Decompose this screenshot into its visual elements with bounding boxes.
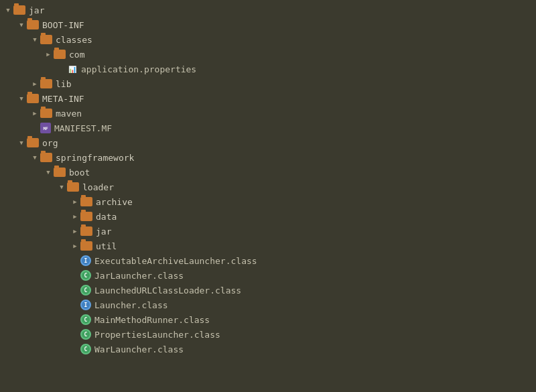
- folder-icon: [40, 109, 52, 118]
- arrow-expanded: [43, 167, 54, 178]
- folder-icon: [67, 182, 79, 192]
- item-label: PropertiesLauncher.class: [94, 330, 220, 340]
- tree-item-application-properties[interactable]: 📊application.properties: [0, 62, 536, 76]
- tree-item-JarLauncher[interactable]: CJarLauncher.class: [0, 268, 536, 283]
- folder-icon: [80, 212, 92, 221]
- arrow-leaf: [70, 300, 80, 310]
- item-label: lib: [56, 79, 71, 89]
- arrow-leaf: [70, 344, 80, 354]
- item-label: jar: [29, 5, 44, 15]
- manifest-file-icon: MF: [40, 123, 51, 133]
- folder-icon: [40, 153, 52, 162]
- folder-icon: [27, 94, 39, 103]
- tree-item-jar[interactable]: jar: [0, 3, 536, 17]
- concrete-class-icon: C: [80, 329, 91, 340]
- arrow-expanded: [16, 93, 27, 104]
- item-label: BOOT-INF: [42, 20, 84, 30]
- item-label: data: [96, 212, 117, 222]
- concrete-class-icon: C: [80, 344, 91, 354]
- tree-item-loader[interactable]: loader: [0, 180, 536, 194]
- arrow-collapsed: [29, 108, 40, 119]
- item-label: archive: [96, 197, 133, 207]
- folder-icon: [13, 5, 25, 15]
- item-label: util: [96, 241, 117, 251]
- folder-icon: [80, 241, 92, 251]
- arrow-collapsed: [43, 49, 54, 60]
- arrow-leaf: [70, 285, 80, 296]
- tree-item-com[interactable]: com: [0, 47, 536, 62]
- folder-icon: [27, 20, 39, 29]
- interface-class-icon: I: [80, 300, 91, 310]
- tree-item-jar2[interactable]: jar: [0, 224, 536, 239]
- item-label: META-INF: [42, 94, 84, 104]
- tree-item-Launcher[interactable]: ILauncher.class: [0, 298, 536, 312]
- item-label: ExecutableArchiveLauncher.class: [94, 256, 257, 266]
- arrow-leaf: [70, 329, 80, 340]
- tree-item-manifest-mf[interactable]: MFMANIFEST.MF: [0, 121, 536, 135]
- folder-icon: [40, 79, 52, 88]
- arrow-expanded: [16, 19, 27, 30]
- tree-item-PropertiesLauncher[interactable]: CPropertiesLauncher.class: [0, 327, 536, 342]
- arrow-expanded: [56, 182, 67, 192]
- arrow-collapsed: [70, 241, 80, 251]
- arrow-expanded: [16, 137, 27, 148]
- arrow-leaf: [70, 314, 80, 325]
- arrow-expanded: [29, 34, 40, 45]
- item-label: com: [69, 50, 84, 60]
- arrow-leaf: [56, 64, 67, 74]
- folder-icon: [27, 138, 39, 147]
- tree-item-ExecutableArchiveLauncher[interactable]: IExecutableArchiveLauncher.class: [0, 253, 536, 268]
- folder-icon: [54, 168, 66, 177]
- arrow-leaf: [70, 270, 80, 281]
- tree-item-maven[interactable]: maven: [0, 106, 536, 121]
- folder-icon: [80, 226, 92, 236]
- item-label: Launcher.class: [94, 300, 168, 310]
- properties-file-icon: 📊: [67, 64, 78, 74]
- item-label: application.properties: [81, 64, 196, 74]
- arrow-collapsed: [70, 211, 80, 222]
- item-label: jar: [96, 226, 111, 237]
- item-label: WarLauncher.class: [94, 344, 184, 354]
- interface-class-icon: I: [80, 255, 91, 266]
- concrete-class-icon: C: [80, 270, 91, 281]
- tree-item-data[interactable]: data: [0, 209, 536, 224]
- item-label: JarLauncher.class: [94, 271, 184, 281]
- concrete-class-icon: C: [80, 285, 91, 296]
- tree-item-archive[interactable]: archive: [0, 194, 536, 209]
- tree-item-springframework[interactable]: springframework: [0, 150, 536, 165]
- tree-item-WarLauncher[interactable]: CWarLauncher.class: [0, 342, 536, 356]
- item-label: maven: [56, 109, 82, 119]
- item-label: org: [42, 138, 58, 148]
- arrow-expanded: [3, 5, 13, 15]
- item-label: MainMethodRunner.class: [94, 315, 210, 325]
- item-label: springframework: [56, 153, 134, 163]
- tree-item-boot-inf[interactable]: BOOT-INF: [0, 17, 536, 32]
- arrow-expanded: [29, 152, 40, 163]
- item-label: loader: [82, 182, 114, 192]
- arrow-collapsed: [70, 196, 80, 207]
- item-label: boot: [69, 168, 90, 178]
- file-tree[interactable]: jarBOOT-INFclassescom📊application.proper…: [0, 0, 536, 392]
- tree-item-meta-inf[interactable]: META-INF: [0, 91, 536, 106]
- folder-icon: [80, 197, 92, 206]
- arrow-collapsed: [70, 226, 80, 237]
- folder-icon: [40, 35, 52, 44]
- tree-item-MainMethodRunner[interactable]: CMainMethodRunner.class: [0, 312, 536, 327]
- tree-item-classes[interactable]: classes: [0, 32, 536, 47]
- tree-item-lib[interactable]: lib: [0, 76, 536, 91]
- item-label: LaunchedURLClassLoader.class: [94, 285, 241, 296]
- tree-item-org[interactable]: org: [0, 135, 536, 150]
- tree-item-util[interactable]: util: [0, 239, 536, 253]
- item-label: classes: [56, 35, 92, 45]
- arrow-leaf: [29, 123, 40, 133]
- item-label: MANIFEST.MF: [54, 123, 112, 133]
- tree-item-LaunchedURLClassLoader[interactable]: CLaunchedURLClassLoader.class: [0, 283, 536, 298]
- arrow-collapsed: [29, 78, 40, 89]
- tree-item-boot[interactable]: boot: [0, 165, 536, 180]
- arrow-leaf: [70, 255, 80, 266]
- folder-icon: [54, 50, 66, 59]
- concrete-class-icon: C: [80, 314, 91, 325]
